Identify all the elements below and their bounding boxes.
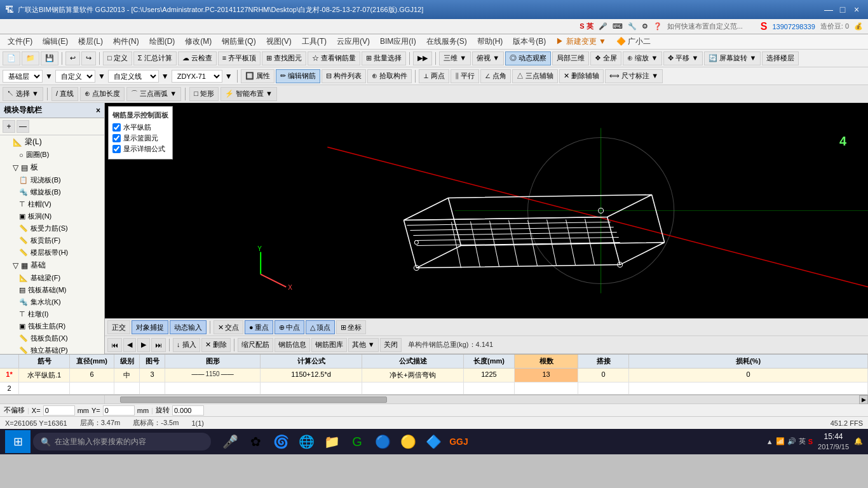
btn-smart[interactable]: ⚡ 智能布置 ▼ <box>220 87 277 101</box>
sidebar-item-isolated-found[interactable]: 📏独立基础(P) <box>0 344 104 354</box>
btn-rebar-info[interactable]: 钢筋信息 <box>275 338 310 352</box>
sidebar-item-spiral-board[interactable]: 🔩螺旋板(B) <box>0 186 104 198</box>
taskbar-app-3[interactable]: 📁 <box>320 430 343 453</box>
btn-save[interactable]: 💾 <box>41 51 58 65</box>
sidebar-item-beam[interactable]: 📐 梁(L) <box>0 135 104 149</box>
btn-three-axis[interactable]: △ 三点辅轴 <box>512 69 558 83</box>
canvas-3d[interactable]: Y X 4 钢筋显示控制面板 水平纵筋 显示篮圆元 <box>105 103 868 318</box>
sidebar-item-floor-band[interactable]: 📏楼层板带(H) <box>0 247 104 259</box>
taskbar-input-method[interactable]: 英 <box>799 437 806 446</box>
btn-intersect[interactable]: ✕ 交点 <box>214 320 243 334</box>
table-row[interactable]: 1* 水平纵筋.1 6 中 3 ——1150—— 1150+12.5*d 净长+… <box>0 369 868 383</box>
btn-nav-prev[interactable]: ◀ <box>123 338 136 352</box>
taskbar-app-edge[interactable]: 🌐 <box>295 430 318 453</box>
taskbar-up-icon[interactable]: ▲ <box>766 438 773 445</box>
rebar-check-formula[interactable]: 显示详细公式 <box>112 144 168 154</box>
custom-select[interactable]: 自定义 <box>55 70 95 83</box>
btn-dynamic[interactable]: 动态输入 <box>170 320 207 334</box>
btn-midpoint[interactable]: ● 重点 <box>245 320 273 334</box>
btn-nav-last[interactable]: ⏭ <box>151 338 166 352</box>
btn-snap[interactable]: 对象捕捉 <box>132 320 168 334</box>
btn-attr[interactable]: 🔲 属性 <box>241 69 275 83</box>
scroll-track[interactable]: ▶ <box>105 395 868 403</box>
sidebar-item-hole[interactable]: ▣板洞(N) <box>0 210 104 222</box>
sidebar-item-column-cap[interactable]: ⊤柱帽(V) <box>0 198 104 210</box>
sidebar-tool-1[interactable]: + <box>3 120 15 133</box>
btn-find[interactable]: ⊞ 查找图元 <box>262 51 306 65</box>
start-button[interactable]: ⊞ <box>5 430 31 453</box>
menu-bim[interactable]: BIM应用(I) <box>375 35 421 48</box>
cb-formula[interactable] <box>112 145 121 153</box>
btn-delete[interactable]: ✕ 删除 <box>201 338 231 352</box>
taskbar-app-ggj[interactable]: GGJ <box>447 430 470 453</box>
btn-dynamic-view[interactable]: ◎ 动态观察 <box>505 51 551 65</box>
sidebar-group-foundation[interactable]: ▽ ▦ 基础 <box>0 259 104 272</box>
btn-select[interactable]: ↖ 选择 ▼ <box>3 87 43 101</box>
code-select[interactable]: ZDYX-71 <box>172 70 222 83</box>
minimize-btn[interactable]: — <box>822 3 835 16</box>
btn-pick[interactable]: ⊕ 拾取构件 <box>367 69 412 83</box>
btn-new[interactable]: 📄 <box>3 51 20 65</box>
btn-insert[interactable]: ↓ 插入 <box>173 338 200 352</box>
menu-help[interactable]: 帮助(H) <box>472 35 508 48</box>
btn-calc[interactable]: Σ 汇总计算 <box>133 51 177 65</box>
menu-floor[interactable]: 楼层(L) <box>73 35 108 48</box>
btn-two-points[interactable]: ⊥ 两点 <box>419 69 449 83</box>
btn-close-nav[interactable]: 关闭 <box>380 338 402 352</box>
sidebar-group-board[interactable]: ▽ ▤ 板 <box>0 161 104 174</box>
btn-rotate[interactable]: 🔄 屏幕旋转 ▼ <box>704 51 761 65</box>
btn-top[interactable]: △ 顶点 <box>306 320 335 334</box>
btn-rect[interactable]: □ 矩形 <box>189 87 219 101</box>
btn-point-len[interactable]: ⊕ 点加长度 <box>80 87 125 101</box>
btn-undo[interactable]: ↩ <box>65 51 80 65</box>
btn-rebar-lib[interactable]: 钢筋图库 <box>311 338 347 352</box>
y-input[interactable] <box>103 405 135 416</box>
btn-dim[interactable]: ⟺ 尺寸标注 ▼ <box>605 69 663 83</box>
btn-line[interactable]: / 直线 <box>51 87 78 101</box>
sidebar-item-rebar-force[interactable]: 📏板受力筋(S) <box>0 222 104 234</box>
sidebar-item-raft-main[interactable]: ▣筏板主筋(R) <box>0 320 104 332</box>
close-btn[interactable]: × <box>850 3 863 16</box>
btn-edit-rebar[interactable]: ✏ 编辑钢筋 <box>276 69 320 83</box>
btn-cloud-check[interactable]: ☁ 云检查 <box>178 51 217 65</box>
sidebar-item-sump[interactable]: 🔩集水坑(K) <box>0 296 104 308</box>
sidebar-close-icon[interactable]: × <box>96 106 100 115</box>
btn-center[interactable]: ⊕ 中点 <box>275 320 304 334</box>
rebar-check-horizontal[interactable]: 水平纵筋 <box>112 123 168 132</box>
menu-cloud[interactable]: 云应用(V) <box>332 35 375 48</box>
btn-select-floor[interactable]: 选择楼层 <box>762 51 799 65</box>
h-scrollbar[interactable]: ▶ <box>0 395 868 403</box>
btn-part-list[interactable]: ⊟ 构件列表 <box>322 69 366 83</box>
sidebar-item-found-beam[interactable]: 📐基础梁(F) <box>0 272 104 284</box>
rotate-input[interactable] <box>172 405 204 416</box>
btn-topview[interactable]: 俯视 ▼ <box>472 51 504 65</box>
notification-icon[interactable]: 🔔 <box>854 437 863 445</box>
scroll-right-btn[interactable]: ▶ <box>859 395 868 404</box>
btn-nav-first[interactable]: ⏮ <box>107 338 122 352</box>
taskbar-app-6[interactable]: 🟡 <box>397 430 419 453</box>
menu-rebar[interactable]: 钢筋量(Q) <box>217 35 261 48</box>
menu-service[interactable]: 在线服务(S) <box>421 35 472 48</box>
btn-other-nav[interactable]: 其他 ▼ <box>348 338 379 352</box>
taskbar-app-mic[interactable]: 🎤 <box>219 430 241 453</box>
table-row-2[interactable]: 2 <box>0 383 868 395</box>
x-input[interactable] <box>43 405 75 416</box>
btn-3d[interactable]: 三维 ▼ <box>439 51 471 65</box>
btn-redo[interactable]: ↪ <box>81 51 96 65</box>
sidebar-item-rebar-neg[interactable]: 📏板贡筋(F) <box>0 234 104 247</box>
sidebar-item-raft-neg[interactable]: 📏筏板负筋(X) <box>0 332 104 344</box>
btn-del-axis[interactable]: ✕ 删除辅轴 <box>559 69 604 83</box>
menu-assistant[interactable]: 🔶 广小二 <box>611 35 656 48</box>
btn-coord[interactable]: ⊞ 坐标 <box>336 320 366 334</box>
layer-select[interactable]: 基础层 1层 2层 <box>3 70 43 83</box>
taskbar-app-4[interactable]: G <box>346 430 369 453</box>
btn-parallel[interactable]: ∥ 平行 <box>451 69 479 83</box>
taskbar-app-2[interactable]: 🌀 <box>269 430 292 453</box>
menu-element[interactable]: 构件(N) <box>108 35 144 48</box>
taskbar-time[interactable]: 15:44 2017/9/15 <box>818 432 849 451</box>
menu-modify[interactable]: 修改(M) <box>180 35 217 48</box>
btn-level[interactable]: ≡ 齐平板顶 <box>218 51 261 65</box>
taskbar-app-7[interactable]: 🔷 <box>422 430 445 453</box>
btn-more[interactable]: ▶▶ <box>413 51 432 65</box>
taskbar-app-1[interactable]: ✿ <box>244 430 267 453</box>
